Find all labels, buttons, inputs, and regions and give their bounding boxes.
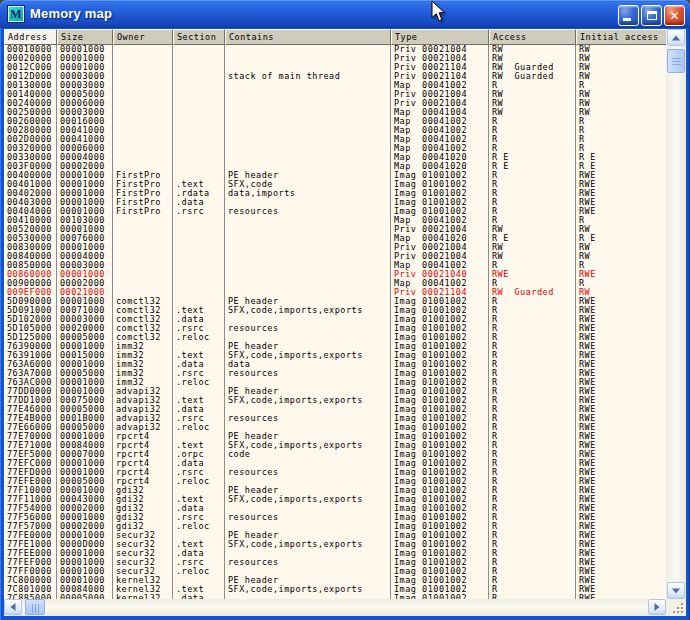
table-row[interactable]: 0052000000001000Priv 00021004RWRW [4, 225, 666, 234]
cell-access: RW [489, 99, 576, 108]
table-row[interactable]: 77E7000000001000rpcrt4PE headerImag 0100… [4, 432, 666, 441]
column-header-initial-access[interactable]: Initial access [576, 29, 666, 45]
table-row[interactable]: 5D12500000005000comctl32.relocImag 01001… [4, 333, 666, 342]
table-row[interactable]: 0013000000003000Map 00041002RR [4, 81, 666, 90]
table-row[interactable]: 0040200000001000FirstPro.rdatadata,impor… [4, 189, 666, 198]
column-header-contains[interactable]: Contains [225, 29, 391, 45]
table-row[interactable]: 77EFD00000001000rpcrt4.rsrcresourcesImag… [4, 468, 666, 477]
table-row[interactable]: 0002000000001000Priv 00021004RWRW [4, 54, 666, 63]
scroll-left-button[interactable] [4, 599, 22, 615]
cell-owner: rpcrt4 [113, 477, 173, 486]
table-row[interactable]: 77FF000000001000secur32.relocImag 010010… [4, 567, 666, 576]
table-row[interactable]: 763A600000001000imm32.datadataImag 01001… [4, 360, 666, 369]
app-icon[interactable]: M [8, 6, 24, 22]
cell-contains [225, 261, 391, 270]
table-row[interactable]: 0033000000004000Map 00041020R ER E [4, 153, 666, 162]
table-row[interactable]: 0084000000004000Priv 00021004RWRW [4, 252, 666, 261]
table-row[interactable]: 0040300000001000FirstPro.dataImag 010010… [4, 198, 666, 207]
table-row[interactable]: 77F1000000001000gdi32PE headerImag 01001… [4, 486, 666, 495]
table-row[interactable]: 77E4600000005000advapi32.dataImag 010010… [4, 405, 666, 414]
table-row[interactable]: 0032000000006000Map 00041002RR [4, 144, 666, 153]
horizontal-scrollbar[interactable] [4, 599, 666, 616]
resize-grip[interactable] [666, 599, 686, 616]
table-row[interactable]: 5D10200000003000comctl32.dataImag 010010… [4, 315, 666, 324]
table-row[interactable]: 5D09100000071000comctl32.textSFX,code,im… [4, 306, 666, 315]
table-row[interactable]: 77FEE00000001000secur32.dataImag 0100100… [4, 549, 666, 558]
scroll-down-button[interactable] [667, 582, 685, 599]
cell-type: Map 00041020 [391, 153, 489, 162]
table-row[interactable]: 763AC00000001000imm32.relocImag 01001002… [4, 378, 666, 387]
table-row[interactable]: 0041000000103000Map 00041002RR [4, 216, 666, 225]
table-row[interactable]: 7639100000015000imm32.textSFX,code,impor… [4, 351, 666, 360]
table-row[interactable]: 77E4B0000001B000advapi32.rsrcresourcesIm… [4, 414, 666, 423]
cell-owner [113, 243, 173, 252]
cell-address: 00401000 [4, 180, 57, 189]
table-row[interactable]: 0012D00000003000stack of main threadPriv… [4, 72, 666, 81]
cell-address: 763A7000 [4, 369, 57, 378]
table-row[interactable]: 77EF500000007000rpcrt4.orpccodeImag 0100… [4, 450, 666, 459]
cell-section [173, 261, 225, 270]
cell-section: .reloc [173, 333, 225, 342]
table-row[interactable]: 0086000000001000Priv 00021040RWERWE [4, 270, 666, 279]
column-header-type[interactable]: Type [391, 29, 489, 45]
vertical-scroll-thumb[interactable] [667, 49, 685, 73]
table-row[interactable]: 0001000000001000Priv 00021004RWRW [4, 45, 666, 54]
table-row[interactable]: 0026000000016000Map 00041002RR [4, 117, 666, 126]
cell-address: 5D090000 [4, 297, 57, 306]
table-row[interactable]: 0012C00000001000Priv 00021104RW GuardedR… [4, 63, 666, 72]
scroll-right-button[interactable] [648, 599, 666, 615]
table-row[interactable]: 77F5600000001000gdi32.rsrcresourcesImag … [4, 513, 666, 522]
minimize-button[interactable] [618, 5, 639, 26]
table-row[interactable]: 0040000000001000FirstProPE headerImag 01… [4, 171, 666, 180]
close-button[interactable]: ✕ [664, 5, 685, 26]
title-bar[interactable]: M Memory map ✕ [0, 0, 690, 28]
table-row[interactable]: 0025000000003000Map 00041004RWRW [4, 108, 666, 117]
maximize-button[interactable] [641, 5, 662, 26]
table-row[interactable]: 77F1100000043000gdi32.textSFX,code,impor… [4, 495, 666, 504]
table-row[interactable]: 0083000000001000Priv 00021004RWRW [4, 243, 666, 252]
table-row[interactable]: 77FEF00000001000secur32.rsrcresourcesIma… [4, 558, 666, 567]
horizontal-scroll-thumb[interactable] [25, 599, 45, 615]
column-header-access[interactable]: Access [489, 29, 576, 45]
table-row[interactable]: 5D10500000020000comctl32.rsrcresourcesIm… [4, 324, 666, 333]
table-row[interactable]: 7C80100000084000kernel32.textSFX,code,im… [4, 585, 666, 594]
table-row[interactable]: 002D000000041000Map 00041002RR [4, 135, 666, 144]
table-row[interactable]: 77E6600000005000advapi32.relocImag 01001… [4, 423, 666, 432]
table-row[interactable]: 0053000000076000Map 00041020R ER E [4, 234, 666, 243]
vertical-scrollbar[interactable] [666, 29, 686, 599]
table-row[interactable]: 77FE10000000D000secur32.textSFX,code,imp… [4, 540, 666, 549]
table-row[interactable]: 003F000000002000Map 00041020R ER E [4, 162, 666, 171]
table-row[interactable]: 7C80000000001000kernel32PE headerImag 01… [4, 576, 666, 585]
table-row[interactable]: 77F5700000002000gdi32.relocImag 01001002… [4, 522, 666, 531]
table-row[interactable]: 0028000000041000Map 00041002RR [4, 126, 666, 135]
table-row[interactable]: 0090000000002000Map 00041002RR [4, 279, 666, 288]
table-row[interactable]: 0040100000001000FirstPro.textSFX,codeIma… [4, 180, 666, 189]
table-row[interactable]: 77DD100000075000advapi32.textSFX,code,im… [4, 396, 666, 405]
table-row[interactable]: 763A700000005000imm32.rsrcresourcesImag … [4, 369, 666, 378]
column-header-size[interactable]: Size [57, 29, 113, 45]
cell-contains [225, 279, 391, 288]
table-row[interactable]: 0014000000005000Priv 00021004RWRW [4, 90, 666, 99]
column-header-section[interactable]: Section [173, 29, 225, 45]
cell-size: 00005000 [57, 369, 113, 378]
cell-section [173, 153, 225, 162]
cell-address: 7C800000 [4, 576, 57, 585]
table-row[interactable]: 77EFC00000001000rpcrt4.dataImag 01001002… [4, 459, 666, 468]
table-row[interactable]: 77FE000000001000secur32PE headerImag 010… [4, 531, 666, 540]
table-row[interactable]: 77E7100000084000rpcrt4.textSFX,code,impo… [4, 441, 666, 450]
scroll-up-button[interactable] [667, 29, 685, 46]
table-row[interactable]: 5D09000000001000comctl32PE headerImag 01… [4, 297, 666, 306]
table-row[interactable]: 7639000000001000imm32PE headerImag 01001… [4, 342, 666, 351]
table-row[interactable]: 009EF00000021000Priv 00021104RW GuardedR… [4, 288, 666, 297]
table-row[interactable]: 77DD000000001000advapi32PE headerImag 01… [4, 387, 666, 396]
column-header-address[interactable]: Address [4, 29, 57, 45]
table-row[interactable]: 0024000000006000Priv 00021004RWRW [4, 99, 666, 108]
table-row[interactable]: 0040400000001000FirstPro.rsrcresourcesIm… [4, 207, 666, 216]
cell-section [173, 126, 225, 135]
table-row[interactable]: 77EFE00000005000rpcrt4.relocImag 0100100… [4, 477, 666, 486]
cell-initial-access: RWE [576, 576, 666, 585]
column-header-owner[interactable]: Owner [113, 29, 173, 45]
table-row[interactable]: 0085000000003000Map 00041002RR [4, 261, 666, 270]
table-row[interactable]: 77F5400000002000gdi32.dataImag 01001002R… [4, 504, 666, 513]
cell-contains [225, 333, 391, 342]
